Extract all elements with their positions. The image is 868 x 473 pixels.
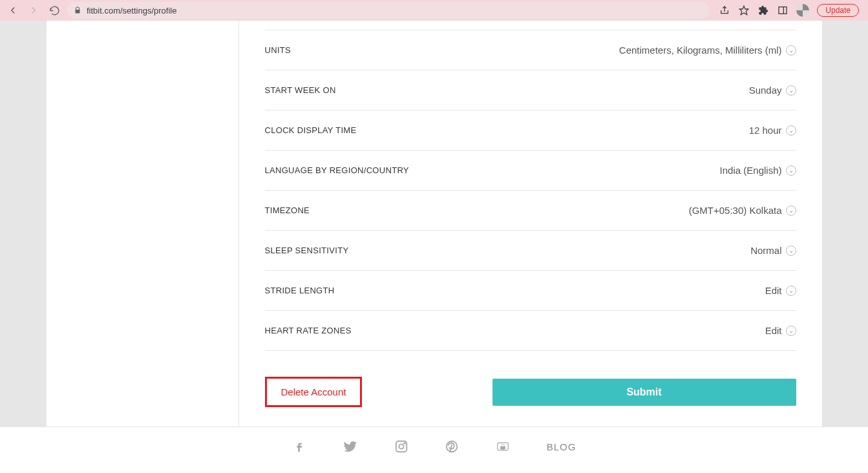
lock-icon	[74, 6, 81, 14]
svg-marker-0	[740, 6, 748, 14]
panel-icon[interactable]	[777, 5, 789, 16]
url-text: fitbit.com/settings/profile	[87, 6, 176, 16]
setting-row-clock[interactable]: CLOCK DISPLAY TIME 12 hour ⌄	[265, 110, 796, 151]
youtube-icon[interactable]: You	[495, 440, 511, 453]
extensions-icon[interactable]	[757, 5, 769, 16]
setting-value-text: Edit	[765, 285, 782, 296]
setting-value: Normal ⌄	[750, 245, 796, 256]
svg-text:You: You	[501, 443, 505, 446]
chevron-down-icon: ⌄	[786, 246, 796, 256]
chevron-down-icon: ⌄	[786, 45, 796, 56]
chevron-down-icon: ⌄	[786, 205, 796, 216]
delete-account-button[interactable]: Delete Account	[272, 383, 355, 401]
svg-rect-1	[779, 7, 787, 14]
setting-value-text: Normal	[750, 245, 781, 256]
setting-row-sleep-sensitivity[interactable]: SLEEP SENSITIVITY Normal ⌄	[265, 231, 796, 271]
content-container: UNITS Centimeters, Kilograms, Milliliter…	[47, 21, 822, 426]
setting-value: Edit ⌄	[765, 285, 796, 296]
setting-label: STRIDE LENGTH	[265, 286, 335, 295]
twitter-icon[interactable]	[343, 439, 358, 454]
page-background: UNITS Centimeters, Kilograms, Milliliter…	[0, 21, 868, 470]
facebook-icon[interactable]	[292, 439, 306, 454]
settings-main: UNITS Centimeters, Kilograms, Milliliter…	[239, 21, 822, 426]
instagram-icon[interactable]	[394, 439, 408, 454]
setting-value-text: Edit	[765, 325, 782, 336]
setting-value-text: Sunday	[749, 85, 782, 96]
setting-value: Edit ⌄	[765, 325, 796, 336]
profile-avatar[interactable]	[796, 4, 809, 17]
chevron-down-icon: ⌄	[786, 125, 796, 136]
setting-row-language[interactable]: LANGUAGE BY REGION/COUNTRY India (Englis…	[265, 151, 796, 191]
setting-label: SLEEP SENSITIVITY	[265, 246, 349, 255]
setting-label: CLOCK DISPLAY TIME	[265, 125, 357, 135]
form-actions: Delete Account Submit	[265, 377, 796, 407]
share-icon[interactable]	[719, 5, 730, 16]
setting-value: Sunday ⌄	[749, 85, 796, 96]
reload-button[interactable]	[47, 3, 62, 18]
address-bar[interactable]: fitbit.com/settings/profile	[67, 2, 710, 19]
setting-value-text: India (English)	[720, 165, 782, 176]
blog-link[interactable]: BLOG	[547, 441, 577, 452]
setting-label: TIMEZONE	[265, 205, 310, 215]
toolbar-actions: Update	[715, 4, 863, 17]
setting-row-timezone[interactable]: TIMEZONE (GMT+05:30) Kolkata ⌄	[265, 191, 796, 231]
setting-value: 12 hour ⌄	[749, 125, 796, 136]
setting-row-start-week[interactable]: START WEEK ON Sunday ⌄	[265, 70, 796, 110]
setting-value-text: 12 hour	[749, 125, 782, 136]
setting-value-text: Centimeters, Kilograms, Milliliters (ml)	[619, 45, 782, 56]
chevron-down-icon: ⌄	[786, 165, 796, 176]
setting-row-stride-length[interactable]: STRIDE LENGTH Edit ⌄	[265, 271, 796, 311]
forward-button[interactable]	[26, 3, 41, 18]
page-footer: You BLOG	[0, 426, 868, 470]
setting-label: LANGUAGE BY REGION/COUNTRY	[265, 165, 409, 175]
setting-value: India (English) ⌄	[720, 165, 796, 176]
submit-button[interactable]: Submit	[492, 379, 796, 406]
setting-value: Centimeters, Kilograms, Milliliters (ml)…	[619, 45, 796, 56]
delete-highlight: Delete Account	[265, 377, 363, 407]
back-button[interactable]	[5, 3, 21, 18]
setting-row-heart-rate-zones[interactable]: HEART RATE ZONES Edit ⌄	[265, 311, 796, 351]
setting-label: START WEEK ON	[265, 85, 336, 95]
svg-rect-9	[500, 447, 505, 449]
setting-value-text: (GMT+05:30) Kolkata	[689, 205, 782, 216]
svg-point-4	[399, 444, 403, 448]
pinterest-icon[interactable]	[445, 439, 459, 454]
setting-label: HEART RATE ZONES	[265, 326, 352, 335]
svg-point-5	[404, 443, 405, 444]
chevron-down-icon: ⌄	[786, 286, 796, 296]
chevron-down-icon: ⌄	[786, 85, 796, 96]
setting-row-units[interactable]: UNITS Centimeters, Kilograms, Milliliter…	[265, 30, 796, 70]
star-icon[interactable]	[738, 5, 750, 16]
browser-toolbar: fitbit.com/settings/profile Update	[0, 0, 868, 21]
chevron-down-icon: ⌄	[786, 326, 796, 336]
setting-label: UNITS	[265, 45, 291, 55]
setting-value: (GMT+05:30) Kolkata ⌄	[689, 205, 796, 216]
settings-sidebar	[47, 21, 239, 426]
update-button[interactable]: Update	[817, 4, 859, 17]
